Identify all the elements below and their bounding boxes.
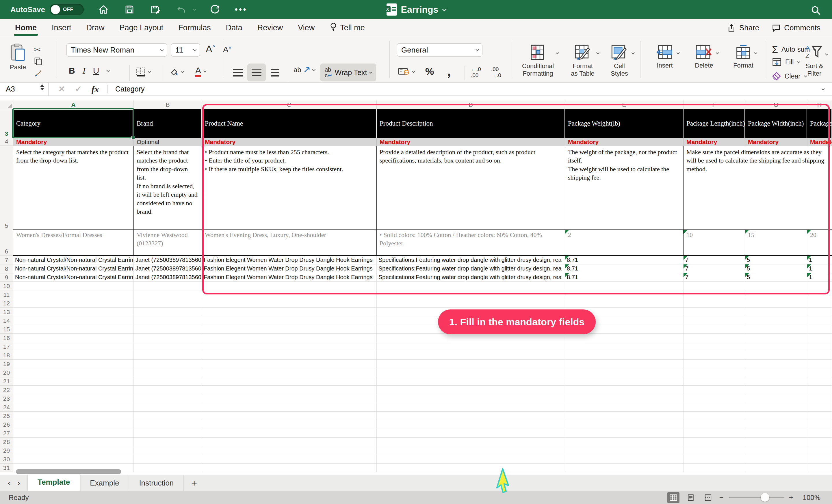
row-header-25[interactable]: 25 xyxy=(0,412,13,420)
format-painter-icon[interactable] xyxy=(34,69,42,79)
cell-g4[interactable]: Mandatory xyxy=(745,138,807,146)
cell-b13[interactable] xyxy=(134,308,202,316)
cell-d3[interactable]: Product Description xyxy=(377,109,565,138)
cell-e16[interactable] xyxy=(565,334,683,342)
cell-d8[interactable]: Specifications:Featuring water drop dang… xyxy=(377,264,565,273)
cell-f29[interactable] xyxy=(683,446,745,455)
copy-icon[interactable] xyxy=(34,57,42,66)
cell-g3[interactable]: Package Width(inch) xyxy=(745,109,807,138)
paste-button[interactable]: Paste xyxy=(10,43,26,71)
cell-a12[interactable] xyxy=(13,299,134,308)
cell-g20[interactable] xyxy=(745,368,807,377)
cell-h17[interactable] xyxy=(807,342,832,351)
tab-formulas[interactable]: Formulas xyxy=(178,19,211,37)
cell-g14[interactable] xyxy=(745,316,807,325)
cell-b30[interactable] xyxy=(134,455,202,464)
decrease-decimal-button[interactable]: .00→.0 xyxy=(491,66,501,79)
align-top-icon[interactable] xyxy=(229,65,247,81)
autosave-toggle[interactable]: OFF xyxy=(50,4,84,15)
italic-button[interactable]: I xyxy=(83,66,85,76)
cell-d28[interactable] xyxy=(377,438,565,446)
cell-e17[interactable] xyxy=(565,342,683,351)
sort-filter-button[interactable]: AZ Sort & Filter xyxy=(799,45,830,77)
cell-f22[interactable] xyxy=(683,386,745,394)
cell-d22[interactable] xyxy=(377,386,565,394)
cell-g8[interactable]: 5 xyxy=(745,264,807,273)
cell-b24[interactable] xyxy=(134,403,202,412)
col-header-g[interactable]: G xyxy=(745,101,807,109)
cell-d27[interactable] xyxy=(377,429,565,438)
cell-b4[interactable]: Optional xyxy=(134,138,202,146)
cell-h3[interactable]: Package Height(inch) xyxy=(807,109,832,138)
orientation-button[interactable]: ab xyxy=(293,66,315,74)
font-color-button[interactable]: A xyxy=(195,66,206,77)
cell-f15[interactable] xyxy=(683,325,745,334)
cell-styles-button[interactable]: Cell Styles xyxy=(605,45,633,77)
cell-c14[interactable] xyxy=(202,316,377,325)
insert-function-icon[interactable]: fx xyxy=(92,84,99,94)
cell-f12[interactable] xyxy=(683,299,745,308)
col-header-b[interactable]: B xyxy=(134,101,202,109)
font-name-select[interactable]: Times New Roman xyxy=(67,43,167,57)
underline-chevron-icon[interactable] xyxy=(107,69,110,72)
cell-c5[interactable]: • Product name must be less than 255 cha… xyxy=(202,146,377,229)
cell-e3[interactable]: Package Weight(lb) xyxy=(565,109,683,138)
cell-f14[interactable] xyxy=(683,316,745,325)
cell-d31[interactable] xyxy=(377,464,565,472)
row-header-15[interactable]: 15 xyxy=(0,325,13,334)
cell-f7[interactable]: 7 xyxy=(683,256,745,264)
add-sheet-button[interactable]: + xyxy=(191,475,197,491)
cell-b6[interactable]: Vivienne Westwood (0123327) xyxy=(134,230,202,255)
cell-e25[interactable] xyxy=(565,412,683,420)
cell-g15[interactable] xyxy=(745,325,807,334)
cell-e28[interactable] xyxy=(565,438,683,446)
cell-f24[interactable] xyxy=(683,403,745,412)
normal-view-icon[interactable] xyxy=(667,492,679,503)
cell-d12[interactable] xyxy=(377,299,565,308)
cell-e20[interactable] xyxy=(565,368,683,377)
cell-c15[interactable] xyxy=(202,325,377,334)
cell-d9[interactable]: Specifications:Featuring water drop dang… xyxy=(377,273,565,282)
row-header-18[interactable]: 18 xyxy=(0,351,13,360)
row-header-27[interactable]: 27 xyxy=(0,429,13,438)
undo-chevron-icon[interactable] xyxy=(193,7,196,11)
select-all-corner[interactable] xyxy=(0,101,13,109)
cell-b18[interactable] xyxy=(134,351,202,360)
col-header-d[interactable]: D xyxy=(377,101,565,109)
cell-d20[interactable] xyxy=(377,368,565,377)
cell-g27[interactable] xyxy=(745,429,807,438)
cell-a10[interactable] xyxy=(13,282,134,290)
fill-color-button[interactable] xyxy=(169,67,183,77)
cell-h22[interactable] xyxy=(807,386,832,394)
row-header-28[interactable]: 28 xyxy=(0,438,13,446)
cell-f6[interactable]: 10 xyxy=(683,230,745,255)
cell-a18[interactable] xyxy=(13,351,134,360)
cell-h12[interactable] xyxy=(807,299,832,308)
increase-font-icon[interactable]: A˄ xyxy=(206,43,215,55)
row-header-13[interactable]: 13 xyxy=(0,308,13,316)
col-header-e[interactable]: E xyxy=(565,101,683,109)
cell-g17[interactable] xyxy=(745,342,807,351)
cell-f25[interactable] xyxy=(683,412,745,420)
cell-e9[interactable]: 8.71 xyxy=(565,273,683,282)
cell-g25[interactable] xyxy=(745,412,807,420)
cell-f27[interactable] xyxy=(683,429,745,438)
align-middle-icon[interactable] xyxy=(247,63,266,81)
cell-c3[interactable]: Product Name xyxy=(202,109,377,138)
cell-h10[interactable] xyxy=(807,282,832,290)
conditional-formatting-button[interactable]: Conditional Formatting xyxy=(516,45,560,77)
home-icon[interactable] xyxy=(97,3,110,16)
cell-d26[interactable] xyxy=(377,420,565,429)
cell-g12[interactable] xyxy=(745,299,807,308)
cell-b29[interactable] xyxy=(134,446,202,455)
confirm-entry-icon[interactable]: ✓ xyxy=(75,84,81,94)
cell-b16[interactable] xyxy=(134,334,202,342)
cell-f23[interactable] xyxy=(683,394,745,403)
cell-h28[interactable] xyxy=(807,438,832,446)
cell-c23[interactable] xyxy=(202,394,377,403)
cell-b21[interactable] xyxy=(134,377,202,386)
row-header-31[interactable]: 31 xyxy=(0,464,13,472)
cell-d23[interactable] xyxy=(377,394,565,403)
row-header-10[interactable]: 10 xyxy=(0,282,13,290)
cell-g29[interactable] xyxy=(745,446,807,455)
